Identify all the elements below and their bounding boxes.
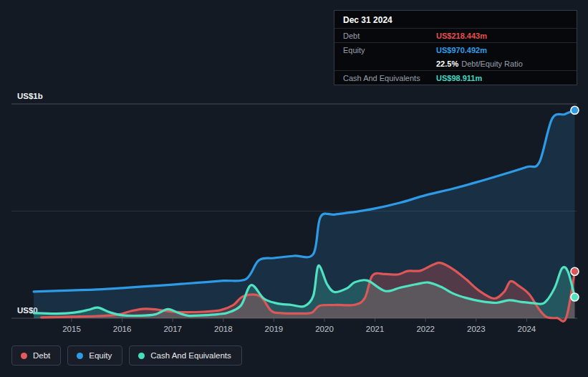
x-tick-label-2017: 2017 <box>163 325 182 333</box>
x-tick-label-2016: 2016 <box>113 325 132 333</box>
x-tick-label-2023: 2023 <box>467 325 486 333</box>
tooltip-row-label: Equity <box>343 46 436 54</box>
debt-series-dot-icon <box>21 353 27 359</box>
cash-series-dot-icon <box>138 353 145 359</box>
legend-item-equity[interactable]: Equity <box>67 345 122 366</box>
equity-area <box>34 110 574 318</box>
legend: DebtEquityCash And Equivalents <box>11 345 242 366</box>
tooltip-row-cash: Cash And EquivalentsUS$98.911m <box>334 71 577 85</box>
x-tick-label-2019: 2019 <box>265 325 284 333</box>
tooltip-row-suffix: Debt/Equity Ratio <box>461 59 523 68</box>
legend-item-label: Debt <box>33 351 50 360</box>
cash-end-marker <box>571 293 579 301</box>
debt-end-marker <box>571 267 579 275</box>
x-tick-label-2020: 2020 <box>315 325 334 333</box>
equity-end-marker <box>571 106 579 114</box>
x-tick-label-2021: 2021 <box>366 325 385 333</box>
tooltip-row-label: Cash And Equivalents <box>343 74 436 82</box>
x-tick-label-2024: 2024 <box>518 325 536 333</box>
debt-equity-history-chart: US$1bUS$02015201620172018201920202021202… <box>0 0 588 377</box>
tooltip-row-value: US$218.443m <box>436 32 487 40</box>
legend-item-cash[interactable]: Cash And Equivalents <box>129 345 242 366</box>
tooltip-row-label: Debt <box>343 32 436 40</box>
legend-item-debt[interactable]: Debt <box>11 345 61 366</box>
tooltip-row-value: US$970.492m <box>436 46 487 54</box>
x-tick-label-2015: 2015 <box>62 325 81 333</box>
x-tick-label-2018: 2018 <box>214 325 233 333</box>
legend-item-label: Cash And Equivalents <box>150 351 231 360</box>
tooltip-row-equity: EquityUS$970.492m <box>334 43 577 57</box>
equity-series-dot-icon <box>77 353 83 359</box>
tooltip-row-value: 22.5% <box>436 59 458 68</box>
tooltip-row-debt: DebtUS$218.443m <box>334 29 577 43</box>
tooltip-row-ratio: 22.5%Debt/Equity Ratio <box>334 57 577 71</box>
legend-item-label: Equity <box>89 351 112 360</box>
x-tick-label-2022: 2022 <box>416 325 435 333</box>
tooltip-row-value: US$98.911m <box>436 74 482 82</box>
y-axis-label-1000: US$1b <box>17 92 43 100</box>
tooltip-date: Dec 31 2024 <box>334 11 577 29</box>
tooltip: Dec 31 2024 DebtUS$218.443mEquityUS$970.… <box>334 10 577 85</box>
